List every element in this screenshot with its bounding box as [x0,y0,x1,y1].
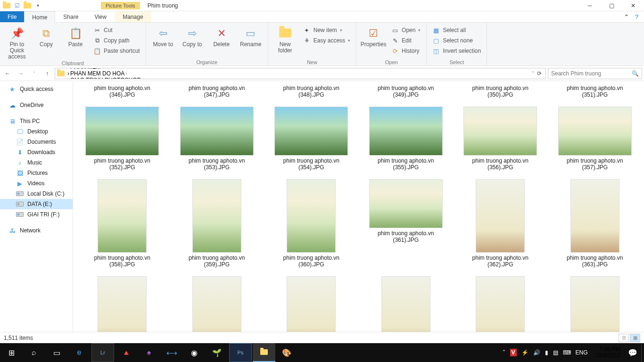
properties-qat-icon[interactable]: ☑ [13,2,21,9]
file-thumbnail[interactable]: phim truong aphoto.vn(368).JPG [456,276,545,332]
copy-path-button[interactable]: ⧉Copy path [91,36,142,45]
file-thumbnail[interactable]: phim truong aphoto.vn(366).JPG [267,276,356,332]
edit-button[interactable]: ✎Edit [389,36,422,45]
details-view-button[interactable]: ☰ [619,334,629,342]
chevron-right-icon[interactable]: › [67,70,69,77]
file-thumbnail[interactable]: phim truong aphoto.vn(347).JPG [173,83,262,98]
help-icon[interactable]: ? [635,14,638,20]
pin-to-quick-access-button[interactable]: 📌 Pin to Quick access [4,24,30,60]
volume-icon[interactable]: 🔊 [533,349,540,356]
home-tab[interactable]: Home [24,11,55,23]
delete-button[interactable]: ✕Delete [208,24,235,48]
manage-tab[interactable]: Manage [115,11,151,22]
invert-selection-button[interactable]: ◫Invert selection [430,46,483,56]
file-thumbnail[interactable]: phim truong aphoto.vn(369).JPG [551,276,640,332]
copy-button[interactable]: ⧉ Copy [33,24,59,48]
thumbnails-view-button[interactable]: ▦ [630,334,640,342]
file-thumbnail[interactable]: phim truong aphoto.vn(359).JPG [173,179,262,268]
open-button[interactable]: ▭Open ▾ [389,25,422,35]
language-indicator[interactable]: ENG [576,349,588,356]
minimize-button[interactable]: ─ [579,0,601,11]
breadcrumb-segment[interactable]: GIAO TRINH PHOTOSHOP› [70,77,143,79]
quick-access-item[interactable]: ★Quick access [0,84,73,94]
search-icon[interactable]: 🔍 [632,70,639,77]
file-thumbnail[interactable]: phim truong aphoto.vn(365).JPG [173,276,262,332]
easy-access-button[interactable]: ⚘Easy access ▾ [301,36,352,45]
cut-button[interactable]: ✂Cut [91,25,142,35]
rename-button[interactable]: ▭Rename [238,24,264,48]
file-thumbnail[interactable]: phim truong aphoto.vn(355).JPG [362,107,451,171]
file-thumbnail[interactable]: phim truong aphoto.vn(346).JPG [78,83,167,98]
task-view-button[interactable]: ▭ [45,343,68,362]
search-box[interactable]: 🔍 [548,68,642,79]
address-bar[interactable]: › This PC›DATA (E:)›PHAN MEM›PHAN MEM DO… [55,68,546,79]
explorer-icon[interactable] [253,343,275,362]
teamviewer-icon[interactable]: ⟷ [160,343,183,362]
new-folder-qat-icon[interactable] [24,2,31,9]
recent-locations-button[interactable]: ˅ [28,68,40,79]
clock[interactable]: 7:46 PM 10/4/2017 [592,346,624,359]
file-thumbnail[interactable]: phim truong aphoto.vn(353).JPG [173,107,262,171]
photoshop-icon[interactable]: Ps [229,343,252,362]
chevron-right-icon[interactable]: › [125,71,127,76]
videos-item[interactable]: ▶Videos [0,178,73,189]
file-thumbnail[interactable]: phim truong aphoto.vn(357).JPG [551,107,640,171]
file-thumbnail[interactable]: phim truong aphoto.vn(360).JPG [267,179,356,268]
file-list[interactable]: phim truong aphoto.vn(346).JPGphim truon… [73,81,644,332]
file-thumbnail[interactable]: phim truong aphoto.vn(362).JPG [456,179,545,268]
up-button[interactable]: ↑ [41,68,53,79]
action-center-icon[interactable]: ▤ [553,349,558,356]
new-folder-button[interactable]: New folder [272,24,298,54]
forward-button[interactable]: → [15,68,26,79]
properties-button[interactable]: ☑Properties [360,24,387,48]
local-disk-c-item[interactable]: Local Disk (C:) [0,189,73,199]
data-e-item[interactable]: DATA (E:) [0,199,73,209]
move-to-button[interactable]: ⇦Move to [150,24,176,48]
notifications-icon[interactable]: 💬 [624,343,641,362]
pictures-item[interactable]: 🖼Pictures [0,168,73,178]
app-icon[interactable]: 🔺 [115,343,138,362]
file-thumbnail[interactable]: phim truong aphoto.vn(352).JPG [78,107,167,171]
search-taskbar-button[interactable]: ⌕ [23,343,45,362]
select-all-button[interactable]: ▦Select all [430,25,483,35]
file-thumbnail[interactable]: phim truong aphoto.vn(348).JPG [267,83,356,98]
ribbon-collapse-icon[interactable]: ⌃ [624,13,629,21]
maximize-button[interactable]: ▢ [601,0,622,11]
onedrive-item[interactable]: ☁OneDrive [0,100,73,110]
copy-to-button[interactable]: ⇨Copy to [179,24,206,48]
file-thumbnail[interactable]: phim truong aphoto.vn(356).JPG [456,107,545,171]
paste-button[interactable]: 📋 Paste [62,24,89,48]
file-thumbnail[interactable]: phim truong aphoto.vn(349).JPG [362,83,451,98]
edge-icon[interactable]: e [68,343,91,362]
wifi-icon[interactable]: ⚡ [521,349,528,356]
qat-dropdown-icon[interactable]: ▾ [34,2,41,9]
tray-chevron-icon[interactable]: ˄ [503,349,505,356]
file-thumbnail[interactable]: phim truong aphoto.vn(350).JPG [456,83,545,98]
file-thumbnail[interactable]: phim truong aphoto.vn(351).JPG [551,83,640,98]
music-item[interactable]: ♪Music [0,157,73,168]
chevron-right-icon[interactable]: › [142,77,143,79]
keyboard-icon[interactable]: ⌨ [563,349,571,356]
file-thumbnail[interactable]: phim truong aphoto.vn(361).JPG [362,179,451,268]
share-tab[interactable]: Share [55,11,86,22]
documents-item[interactable]: 📄Documents [0,137,73,147]
chrome-icon[interactable]: ◉ [183,343,206,362]
app-icon-3[interactable]: 🌱 [206,343,228,362]
view-tab[interactable]: View [86,11,115,22]
select-none-button[interactable]: ▢Select none [430,36,483,45]
breadcrumb-segment[interactable]: PHAN MEM DO HOA› [70,70,143,77]
address-dropdown-icon[interactable]: ˅ [532,71,534,76]
desktop-item[interactable]: 🖵Desktop [0,126,73,137]
this-pc-item[interactable]: 🖥This PC [0,116,73,126]
paste-shortcut-button[interactable]: 📋Paste shortcut [91,46,142,56]
file-thumbnail[interactable]: phim truong aphoto.vn(363).JPG [551,179,640,268]
app-icon-2[interactable]: ♠ [138,343,160,362]
file-thumbnail[interactable]: phim truong aphoto.vn(364).JPG [78,276,167,332]
new-item-button[interactable]: ✦New item ▾ [301,25,352,35]
search-input[interactable] [551,70,632,77]
paint-icon[interactable]: 🎨 [275,343,298,362]
start-button[interactable]: ⊞ [0,343,23,362]
back-button[interactable]: ← [2,68,13,79]
chevron-right-icon[interactable]: › [102,68,103,70]
network-item[interactable]: 🖧Network [0,225,73,236]
